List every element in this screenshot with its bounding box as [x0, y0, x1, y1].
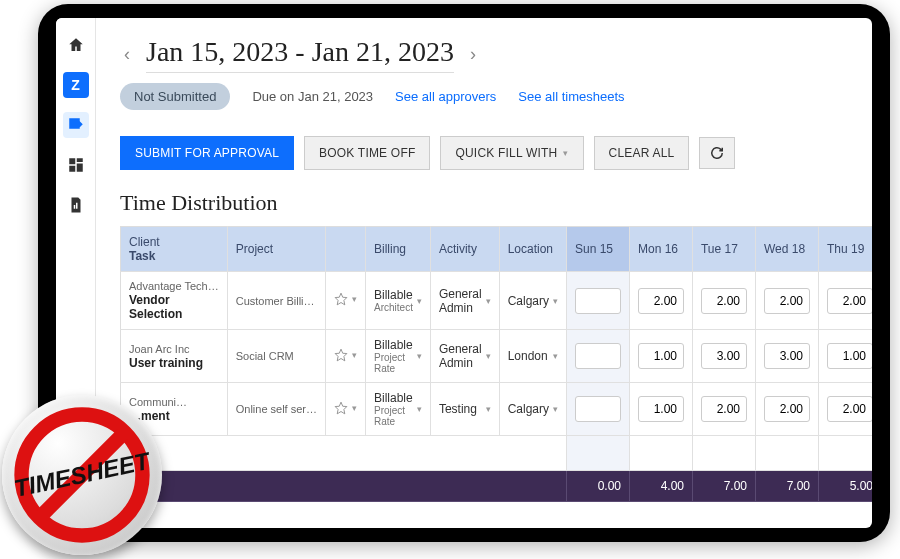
status-row: Not Submitted Due on Jan 21, 2023 See al… [120, 83, 848, 110]
location-label: Calgary [508, 294, 549, 308]
prev-week-button[interactable]: ‹ [120, 40, 134, 69]
location-dropdown[interactable]: London ▾ [508, 349, 558, 363]
svg-marker-7 [335, 349, 347, 361]
star-icon [334, 292, 348, 306]
svg-marker-8 [335, 402, 347, 414]
client-task-cell[interactable]: Advantage Tech… Vendor Selection [121, 272, 228, 330]
dashboard-icon[interactable] [63, 152, 89, 178]
screen: Z ‹ Jan 15, 2023 - Jan 21, 2023 › Not Su… [56, 18, 872, 528]
activity-dropdown[interactable]: Testing ▾ [439, 402, 491, 416]
svg-rect-2 [76, 164, 82, 172]
next-week-button[interactable]: › [466, 40, 480, 69]
col-client-label: Client [129, 235, 219, 249]
project-cell[interactable]: Customer Billi… [227, 272, 325, 330]
chevron-down-icon: ▾ [352, 350, 357, 360]
col-client-task[interactable]: Client Task [121, 227, 228, 272]
total-tue: 7.00 [692, 471, 755, 502]
hours-input-wed[interactable] [764, 343, 810, 369]
hours-input-thu[interactable] [827, 343, 872, 369]
chevron-down-icon: ▾ [352, 403, 357, 413]
hours-input-wed[interactable] [764, 396, 810, 422]
col-activity[interactable]: Activity [430, 227, 499, 272]
table-row: Joan Arc Inc User training Social CRM ▾ … [121, 330, 873, 383]
table-row: Communi… …ment Online self ser… ▾ Billab… [121, 383, 873, 436]
time-grid: Client Task Project Billing Activity Loc… [120, 226, 872, 502]
hours-input-mon[interactable] [638, 343, 684, 369]
chevron-down-icon: ▾ [486, 296, 491, 306]
col-tue[interactable]: Tue 17 [692, 227, 755, 272]
svg-rect-4 [73, 205, 75, 209]
star-icon [334, 348, 348, 362]
location-dropdown[interactable]: Calgary ▾ [508, 402, 558, 416]
col-sun[interactable]: Sun 15 [566, 227, 629, 272]
project-cell[interactable]: Online self ser… [227, 383, 325, 436]
add-row-link[interactable]: w [121, 436, 873, 471]
clear-all-button[interactable]: CLEAR ALL [594, 136, 690, 170]
favorite-toggle[interactable]: ▾ [334, 348, 357, 362]
billing-dropdown[interactable]: Billable Architect ▾ [374, 288, 422, 313]
see-approvers-link[interactable]: See all approvers [395, 89, 496, 104]
hours-input-thu[interactable] [827, 396, 872, 422]
hours-input-tue[interactable] [701, 288, 747, 314]
refresh-icon [710, 146, 724, 160]
tablet-frame: Z ‹ Jan 15, 2023 - Jan 21, 2023 › Not Su… [38, 4, 890, 542]
header-row: Client Task Project Billing Activity Loc… [121, 227, 873, 272]
col-wed[interactable]: Wed 18 [755, 227, 818, 272]
timesheet-icon[interactable] [63, 112, 89, 138]
hours-input-sun[interactable] [575, 396, 621, 422]
book-time-off-button[interactable]: BOOK TIME OFF [304, 136, 430, 170]
hours-input-tue[interactable] [701, 343, 747, 369]
hours-input-tue[interactable] [701, 396, 747, 422]
col-project[interactable]: Project [227, 227, 325, 272]
billing-dropdown[interactable]: Billable Project Rate ▾ [374, 338, 422, 374]
no-timesheet-badge: TIMESHEET [2, 395, 162, 555]
chevron-down-icon: ▾ [563, 148, 568, 158]
chevron-down-icon: ▾ [553, 296, 558, 306]
quick-fill-label: QUICK FILL WITH [455, 146, 557, 160]
totals-label: ours [121, 471, 567, 502]
billing-sublabel: Project Rate [374, 352, 413, 374]
total-mon: 4.00 [629, 471, 692, 502]
totals-row: ours 0.00 4.00 7.00 7.00 5.00 [121, 471, 873, 502]
main-content: ‹ Jan 15, 2023 - Jan 21, 2023 › Not Subm… [96, 18, 872, 528]
col-billing[interactable]: Billing [366, 227, 431, 272]
location-dropdown[interactable]: Calgary ▾ [508, 294, 558, 308]
refresh-button[interactable] [699, 137, 735, 169]
hours-input-sun[interactable] [575, 343, 621, 369]
billing-dropdown[interactable]: Billable Project Rate ▾ [374, 391, 422, 427]
location-label: London [508, 349, 548, 363]
client-name: Advantage Tech… [129, 280, 219, 292]
activity-dropdown[interactable]: General Admin ▾ [439, 342, 491, 370]
svg-rect-3 [69, 166, 75, 172]
col-location[interactable]: Location [499, 227, 566, 272]
hours-input-wed[interactable] [764, 288, 810, 314]
see-timesheets-link[interactable]: See all timesheets [518, 89, 624, 104]
hours-input-thu[interactable] [827, 288, 872, 314]
project-cell[interactable]: Social CRM [227, 330, 325, 383]
chevron-down-icon: ▾ [417, 296, 422, 306]
total-thu: 5.00 [818, 471, 872, 502]
hours-input-sun[interactable] [575, 288, 621, 314]
date-range-nav: ‹ Jan 15, 2023 - Jan 21, 2023 › [120, 36, 848, 73]
hours-input-mon[interactable] [638, 288, 684, 314]
activity-dropdown[interactable]: General Admin ▾ [439, 287, 491, 315]
chevron-down-icon: ▾ [417, 351, 422, 361]
client-task-cell[interactable]: Joan Arc Inc User training [121, 330, 228, 383]
hours-input-mon[interactable] [638, 396, 684, 422]
quick-fill-button[interactable]: QUICK FILL WITH ▾ [440, 136, 583, 170]
table-row: Advantage Tech… Vendor Selection Custome… [121, 272, 873, 330]
svg-marker-6 [335, 293, 347, 305]
col-mon[interactable]: Mon 16 [629, 227, 692, 272]
submit-button[interactable]: SUBMIT FOR APPROVAL [120, 136, 294, 170]
total-wed: 7.00 [755, 471, 818, 502]
home-icon[interactable] [63, 32, 89, 58]
report-icon[interactable] [63, 192, 89, 218]
billing-sublabel: Project Rate [374, 405, 413, 427]
app-logo[interactable]: Z [63, 72, 89, 98]
favorite-toggle[interactable]: ▾ [334, 292, 357, 306]
task-name: Vendor Selection [129, 293, 219, 321]
task-name: User training [129, 356, 219, 370]
favorite-toggle[interactable]: ▾ [334, 401, 357, 415]
col-star [326, 227, 366, 272]
col-thu[interactable]: Thu 19 [818, 227, 872, 272]
